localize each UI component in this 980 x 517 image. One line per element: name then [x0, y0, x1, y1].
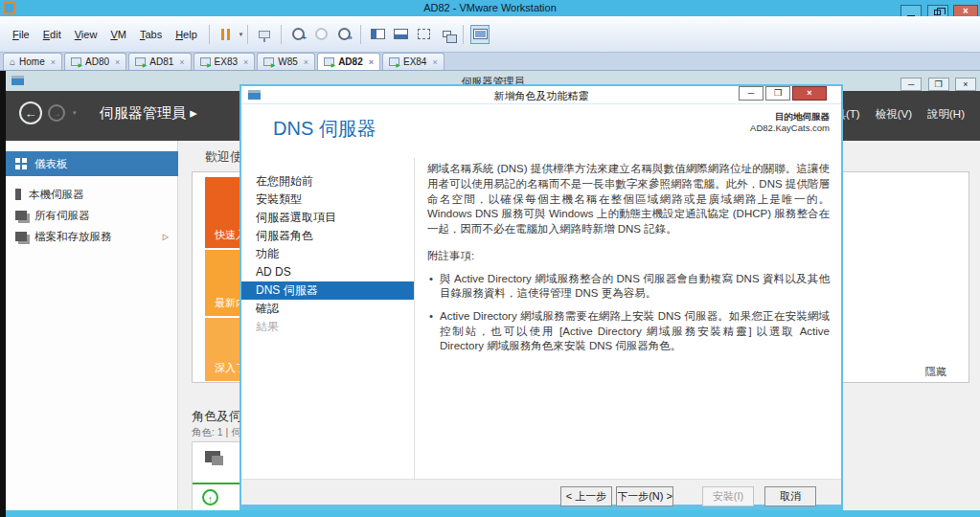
toolbar-separator — [209, 25, 210, 44]
snapshot-manager-button[interactable]: » — [334, 25, 353, 44]
vm-screen-icon: ▶ — [135, 57, 146, 66]
menu-tabs[interactable]: Tabs — [133, 29, 169, 40]
vm-screen-icon: ▶ — [263, 57, 274, 66]
close-tab-icon[interactable]: × — [243, 57, 248, 67]
forward-button[interactable]: → — [48, 104, 65, 122]
tab-home[interactable]: ⌂ Home × — [3, 53, 62, 70]
wizard-titlebar[interactable]: 新增角色及功能精靈 ─ ❒ × — [241, 86, 841, 104]
wizard-page-header: DNS 伺服器 目的地伺服器 AD82.KayCats.com — [241, 104, 841, 158]
console-view-icon — [473, 29, 488, 39]
tab-label: W85 — [278, 56, 298, 67]
history-dropdown-icon[interactable]: ▾ — [73, 109, 77, 117]
home-icon: ⌂ — [10, 56, 15, 67]
destination-server-name: AD82.KayCats.com — [750, 123, 830, 133]
step-server-roles[interactable]: 伺服器角色 — [241, 227, 414, 245]
all-servers-icon — [15, 211, 27, 220]
wizard-nav-divider — [414, 158, 415, 479]
power-dropdown-icon[interactable]: ▾ — [239, 31, 243, 38]
wizard-close-button[interactable]: × — [792, 86, 827, 101]
close-tab-icon[interactable]: × — [51, 57, 56, 67]
tab-ad81[interactable]: ▶ AD81 × — [128, 53, 191, 70]
sidebar-item-label: 儀表板 — [34, 157, 68, 171]
close-tab-icon[interactable]: × — [304, 57, 308, 67]
tab-ad80[interactable]: ▶ AD80 × — [64, 53, 126, 70]
step-features[interactable]: 功能 — [241, 245, 414, 263]
vm-screen-icon: ▶ — [71, 57, 81, 66]
guest-taskbar[interactable] — [6, 510, 980, 517]
sidebar-item-label: 檔案和存放服務 — [34, 230, 112, 244]
close-tab-icon[interactable]: × — [179, 57, 184, 67]
step-ad-ds[interactable]: AD DS — [241, 263, 414, 281]
menu-help[interactable]: Help — [169, 29, 204, 40]
file-storage-icon — [15, 232, 27, 241]
next-button[interactable]: 下一步(N) > — [616, 486, 673, 506]
sidebar-item-all-servers[interactable]: 所有伺服器 — [6, 205, 178, 226]
console-view-button[interactable] — [470, 25, 490, 44]
close-tab-icon[interactable]: × — [369, 57, 374, 67]
tab-ex84[interactable]: ▶ EX84 × — [382, 53, 444, 70]
previous-button[interactable]: < 上一步(P) — [560, 486, 612, 506]
suspend-vm-button[interactable] — [217, 25, 236, 44]
sidebar-item-file-storage[interactable]: 檔案和存放服務 ▷ — [6, 226, 178, 247]
sm-restore-button[interactable]: ❒ — [928, 78, 949, 91]
menu-file[interactable]: File — [6, 29, 36, 40]
menu-view-sm[interactable]: 檢視(V) — [876, 107, 912, 122]
show-thumbnail-bar-button[interactable] — [391, 25, 410, 44]
destination-server-label: 目的地伺服器 — [775, 111, 830, 122]
server-manager-menubar: 工具(T) 檢視(V) 說明(H) — [824, 107, 965, 122]
send-ctrl-alt-del-button[interactable] — [255, 25, 274, 44]
vm-screen-icon: ▶ — [389, 57, 399, 66]
toolbar-separator — [247, 25, 248, 44]
thumbnail-bar-icon — [394, 29, 408, 39]
take-snapshot-icon: + — [292, 28, 305, 40]
toolbar-separator — [463, 25, 464, 44]
step-dns-server-selected[interactable]: DNS 伺服器 — [241, 281, 414, 300]
menu-help-sm[interactable]: 說明(H) — [927, 107, 965, 122]
fullscreen-icon — [418, 29, 430, 39]
unity-mode-button[interactable] — [437, 25, 456, 44]
menu-view[interactable]: View — [68, 29, 104, 40]
tab-w85[interactable]: ▶ W85 × — [257, 53, 315, 70]
close-tab-icon[interactable]: × — [432, 57, 437, 67]
breadcrumb-chevron-icon: ▸ — [190, 104, 197, 121]
wizard-restore-button[interactable]: ❒ — [765, 86, 790, 101]
notes-heading: 附註事項: — [427, 249, 830, 263]
step-server-selection[interactable]: 伺服器選取項目 — [241, 209, 414, 227]
toolbar-separator — [281, 25, 282, 44]
wizard-footer: < 上一步(P) 下一步(N) > 安裝(I) 取消 — [241, 479, 841, 505]
sidebar-item-local-server[interactable]: 本機伺服器 — [6, 184, 178, 205]
sm-close-button[interactable]: × — [955, 78, 976, 91]
add-roles-wizard-dialog: 新增角色及功能精靈 ─ ❒ × DNS 伺服器 目的地伺服器 AD82.KayC… — [239, 84, 843, 510]
back-button[interactable]: ← — [19, 101, 42, 124]
tab-label: Home — [19, 56, 45, 67]
fullscreen-button[interactable] — [414, 25, 433, 44]
vm-screen-icon: ▶ — [324, 57, 334, 66]
step-confirmation[interactable]: 確認 — [241, 300, 414, 318]
breadcrumb-root[interactable]: 伺服器管理員 — [100, 104, 186, 121]
tab-ex83[interactable]: ▶ EX83 × — [194, 53, 256, 70]
sidebar-item-label: 所有伺服器 — [34, 209, 90, 223]
sm-minimize-button[interactable]: ─ — [900, 78, 922, 91]
revert-snapshot-button[interactable] — [311, 25, 330, 44]
step-installation-type[interactable]: 安裝類型 — [241, 191, 414, 209]
note-text: Active Directory 網域服務需要在網路上安裝 DNS 伺服器。如果… — [440, 310, 830, 350]
sidebar-item-dashboard[interactable]: 儀表板 — [6, 151, 178, 176]
close-tab-icon[interactable]: × — [115, 57, 120, 67]
hide-welcome-link[interactable]: 隱藏 — [925, 365, 946, 379]
snapshot-manager-icon: » — [338, 28, 351, 40]
install-button-disabled: 安裝(I) — [702, 486, 754, 506]
revert-snapshot-icon — [315, 28, 328, 40]
tab-ad82-active[interactable]: ▶ AD82 × — [317, 53, 380, 70]
tab-label: AD82 — [338, 56, 363, 67]
menu-edit[interactable]: Edit — [36, 29, 68, 40]
show-library-button[interactable] — [368, 25, 387, 44]
step-results-disabled: 結果 — [241, 318, 414, 336]
cancel-button[interactable]: 取消 — [764, 486, 816, 506]
vmware-window-title: AD82 - VMware Workstation — [0, 2, 980, 13]
menu-vm[interactable]: VM — [103, 29, 133, 40]
expand-arrow-icon[interactable]: ▷ — [163, 233, 169, 241]
step-before-you-begin[interactable]: 在您開始前 — [241, 172, 414, 191]
pause-icon — [221, 29, 230, 40]
take-snapshot-button[interactable]: + — [288, 25, 308, 44]
wizard-minimize-button[interactable]: ─ — [739, 86, 763, 101]
